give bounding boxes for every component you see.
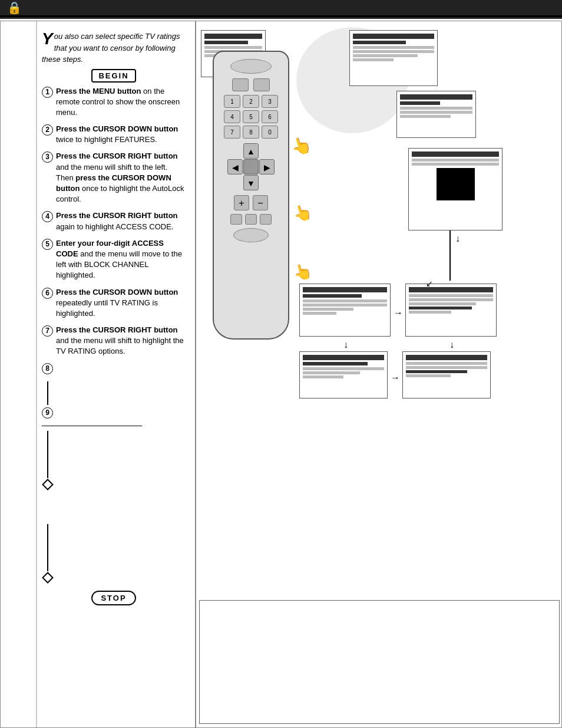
pointing-hand-2: 👆 (291, 202, 314, 224)
step-1-text: Press the MENU button on the remote cont… (56, 86, 186, 118)
s6-item4-sel (409, 307, 472, 309)
s3-item3 (400, 111, 472, 114)
step-5: 5 Enter your four-digit ACCESS CODE and … (42, 238, 186, 281)
s5-item1 (303, 294, 362, 298)
screen-4 (408, 148, 503, 230)
remote-small-btn-2[interactable] (245, 214, 257, 225)
step-4: 4 Press the CURSOR RIGHT button again to… (42, 210, 186, 232)
s7-item2 (303, 367, 384, 370)
arrow-down-3: ↓ (449, 340, 454, 350)
s6-bar (409, 287, 493, 292)
s5-item2 (303, 299, 387, 302)
s8-item4 (406, 374, 451, 377)
dpad-center[interactable] (243, 159, 259, 174)
s5-item4 (303, 308, 353, 311)
s5-item3 (303, 304, 387, 307)
remote-plus-minus: + − (214, 195, 288, 210)
dpad-right[interactable]: ▶ (259, 159, 275, 174)
remote-btn-7[interactable]: 7 (224, 126, 240, 139)
remote-small-btn-1[interactable] (230, 214, 242, 225)
s6-item3 (409, 302, 476, 305)
step-8: 8 (42, 363, 186, 374)
s5-bar (303, 287, 387, 292)
s2-item2 (353, 46, 434, 49)
diamond-1 (42, 479, 54, 490)
s4-item2 (412, 163, 499, 166)
intro-text: Y ou also can select specific TV ratings… (42, 31, 186, 65)
step-9: 9 (42, 407, 186, 419)
s4-black-block (437, 168, 475, 200)
begin-section: BEGIN (42, 71, 186, 80)
step-6-text: Press the CURSOR DOWN button repeatedly … (56, 287, 186, 319)
remote-body: 1 2 3 4 5 6 7 8 0 ▲ ▼ ◀ ▶ (213, 51, 289, 340)
step-7: 7 Press the CURSOR RIGHT button and the … (42, 325, 186, 357)
dpad-down[interactable]: ▼ (243, 175, 259, 190)
screen-5 (299, 284, 391, 337)
remote-btn-1[interactable]: 1 (224, 95, 240, 108)
s7-item3 (303, 371, 360, 374)
right-panel: 1 2 3 4 5 6 7 8 0 ▲ ▼ ◀ ▶ (196, 21, 562, 728)
s7-bar (303, 355, 384, 360)
remote-btn-8[interactable]: 8 (243, 126, 259, 139)
remote-btn-ch-minus[interactable] (253, 78, 270, 91)
screen-7 (299, 351, 388, 398)
s7-item4 (303, 375, 343, 378)
remote-btn-2[interactable]: 2 (243, 95, 259, 108)
diamond-2 (42, 572, 54, 584)
step-4-num: 4 (42, 211, 53, 222)
arrow-down-2: ↓ (343, 340, 348, 350)
s8-item2 (406, 366, 487, 369)
remote-numpad: 1 2 3 4 5 6 7 8 0 (214, 95, 288, 139)
vert-connect-1 (449, 230, 451, 281)
s7-item1 (303, 362, 368, 365)
s2-item3 (353, 50, 434, 53)
s2-item4 (353, 54, 418, 57)
s6-item2 (409, 298, 493, 301)
step-1-num: 1 (42, 87, 53, 98)
remote-minus[interactable]: − (253, 195, 268, 210)
remote-small-btns (214, 214, 288, 225)
remote-bottom-oval[interactable] (233, 228, 269, 242)
stop-badge: STOP (91, 591, 135, 605)
arrow-diagonal: ↙ (426, 279, 433, 288)
remote-btn-5[interactable]: 5 (243, 110, 259, 123)
arrow-down-1: ↓ (455, 233, 460, 244)
remote-btn-0[interactable]: 0 (262, 126, 278, 139)
dpad-left[interactable]: ◀ (227, 159, 243, 174)
remote-top-btns (214, 78, 288, 91)
y-letter: Y (42, 31, 53, 47)
screen-8 (402, 351, 491, 398)
page-content: Y ou also can select specific TV ratings… (0, 21, 562, 728)
arrow-right-1: → (394, 308, 403, 318)
vertical-sep-2 (47, 431, 48, 478)
step-8-num: 8 (42, 363, 53, 374)
divider-line (0, 15, 562, 17)
vertical-sep-3 (47, 524, 48, 571)
s6-item1 (409, 294, 493, 297)
remote-plus[interactable]: + (234, 195, 249, 210)
left-panel: Y ou also can select specific TV ratings… (1, 21, 195, 728)
s2-item1 (353, 41, 406, 44)
remote-small-btn-3[interactable] (260, 214, 272, 225)
stop-section: STOP (42, 594, 186, 602)
dpad-up[interactable]: ▲ (243, 143, 259, 159)
remote-btn-6[interactable]: 6 (262, 110, 278, 123)
s3-item4 (400, 115, 451, 118)
pointing-hand-3: 👆 (291, 261, 314, 283)
remote-btn-3[interactable]: 3 (262, 95, 278, 108)
step-2-num: 2 (42, 124, 53, 136)
s3-item1 (400, 101, 440, 105)
screen-3 (396, 91, 476, 138)
step-2: 2 Press the CURSOR DOWN button twice to … (42, 124, 186, 145)
remote-btn-ch-plus[interactable] (232, 78, 249, 91)
s2-bar (353, 34, 434, 39)
pointing-hand-1: 👆 (289, 134, 313, 158)
step-7-num: 7 (42, 325, 53, 337)
s6-item5 (409, 311, 451, 314)
step-4-text: Press the CURSOR RIGHT button again to h… (56, 210, 186, 232)
s8-bar (406, 355, 487, 360)
remote-control: 1 2 3 4 5 6 7 8 0 ▲ ▼ ◀ ▶ (207, 45, 301, 375)
arrow-right-2: → (391, 373, 400, 383)
remote-btn-4[interactable]: 4 (224, 110, 240, 123)
s3-item2 (400, 107, 472, 110)
